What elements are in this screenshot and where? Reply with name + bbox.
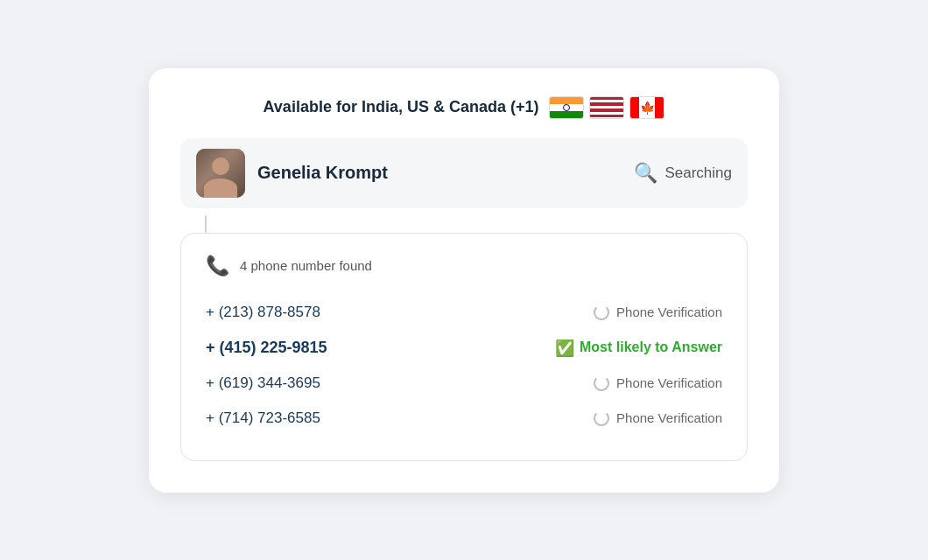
results-header: 📞 4 phone number found [206, 255, 722, 277]
phone-ringing-icon: 📞 [206, 255, 229, 277]
phone-row-1: + (213) 878-8578 Phone Verification [206, 295, 722, 330]
canada-flag: 🍁 [629, 96, 664, 119]
phone-status-4: Phone Verification [594, 410, 722, 426]
searching-label: Searching [664, 164, 732, 182]
phone-row-3: + (619) 344-3695 Phone Verification [206, 366, 722, 401]
phone-status-2: ✅ Most likely to Answer [555, 339, 722, 356]
phone-status-3: Phone Verification [594, 375, 722, 391]
flags-container: 🍁 [549, 96, 664, 119]
spinner-icon-3 [594, 375, 609, 391]
phone-number-1: + (213) 878-8578 [206, 304, 320, 321]
phone-status-label-1: Phone Verification [616, 304, 722, 319]
check-icon-2: ✅ [555, 339, 573, 356]
phone-status-label-2: Most likely to Answer [580, 340, 722, 355]
phone-row-4: + (714) 723-6585 Phone Verification [206, 401, 722, 436]
spinner-icon-4 [594, 410, 609, 426]
results-count: 4 phone number found [240, 258, 372, 273]
search-status: 🔍 Searching [634, 162, 732, 185]
spinner-icon-1 [594, 304, 609, 320]
maple-leaf-icon: 🍁 [640, 102, 655, 114]
phone-number-2: + (415) 225-9815 [206, 339, 327, 357]
phone-status-label-4: Phone Verification [616, 410, 722, 425]
search-name: Genelia Krompt [257, 163, 622, 183]
phone-number-4: + (714) 723-6585 [206, 410, 320, 427]
search-icon: 🔍 [634, 162, 657, 185]
us-flag [589, 96, 624, 119]
header-row: Available for India, US & Canada (+1) [180, 96, 748, 119]
avatar [196, 149, 245, 198]
india-flag [549, 96, 584, 119]
results-card: 📞 4 phone number found + (213) 878-8578 … [180, 233, 748, 461]
phone-list: + (213) 878-8578 Phone Verification + (4… [206, 295, 722, 436]
phone-number-3: + (619) 344-3695 [206, 374, 320, 392]
phone-status-1: Phone Verification [594, 304, 722, 320]
phone-status-label-3: Phone Verification [616, 375, 722, 390]
phone-row-2: + (415) 225-9815 ✅ Most likely to Answer [206, 330, 722, 366]
connector-line [205, 215, 207, 233]
main-card: Available for India, US & Canada (+1) [149, 68, 779, 493]
search-bar: Genelia Krompt 🔍 Searching [180, 138, 748, 208]
header-title: Available for India, US & Canada (+1) [264, 98, 539, 116]
